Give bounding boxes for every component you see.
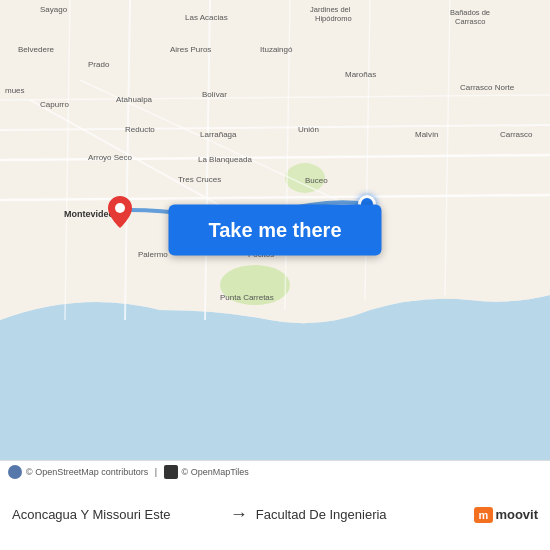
svg-text:Punta Carretas: Punta Carretas <box>220 293 274 302</box>
svg-text:Montevideo: Montevideo <box>64 209 115 219</box>
svg-text:Aires Puros: Aires Puros <box>170 45 211 54</box>
take-me-there-button[interactable]: Take me there <box>168 205 381 256</box>
svg-text:Buceo: Buceo <box>305 176 328 185</box>
moovit-m-badge: m <box>474 507 494 523</box>
attribution: © OpenStreetMap contributors | © OpenMap… <box>0 461 550 481</box>
svg-text:Sayago: Sayago <box>40 5 68 14</box>
map-container: Sayago Las Acacias Jardines del Hipódrom… <box>0 0 550 460</box>
osm-text: © OpenStreetMap contributors <box>26 467 148 477</box>
svg-text:La Blanqueada: La Blanqueada <box>198 155 252 164</box>
svg-text:Carrasco Norte: Carrasco Norte <box>460 83 515 92</box>
svg-point-44 <box>115 203 125 213</box>
svg-text:Prado: Prado <box>88 60 110 69</box>
moovit-logo: m moovit <box>474 507 538 523</box>
svg-text:Arroyo Seco: Arroyo Seco <box>88 153 133 162</box>
to-label: Facultad De Ingenieria <box>256 507 466 522</box>
svg-text:mues: mues <box>5 86 25 95</box>
moovit-text: moovit <box>495 507 538 522</box>
svg-text:Jardines del: Jardines del <box>310 5 351 14</box>
omt-text: © OpenMapTiles <box>182 467 249 477</box>
svg-text:Reducto: Reducto <box>125 125 155 134</box>
arrow-icon: → <box>230 504 248 525</box>
bottom-bar: © OpenStreetMap contributors | © OpenMap… <box>0 460 550 550</box>
svg-text:Ituzaingó: Ituzaingó <box>260 45 293 54</box>
svg-text:Belvedere: Belvedere <box>18 45 55 54</box>
route-info: Aconcagua Y Missouri Este → Facultad De … <box>0 481 550 550</box>
svg-text:Larrañaga: Larrañaga <box>200 130 237 139</box>
svg-text:Atahualpa: Atahualpa <box>116 95 153 104</box>
svg-text:Unión: Unión <box>298 125 319 134</box>
from-label: Aconcagua Y Missouri Este <box>12 507 222 522</box>
svg-text:Bolívar: Bolívar <box>202 90 227 99</box>
svg-text:Carrasco: Carrasco <box>500 130 533 139</box>
svg-text:Palermo: Palermo <box>138 250 168 259</box>
svg-text:Hipódromo: Hipódromo <box>315 14 352 23</box>
svg-text:Malvín: Malvín <box>415 130 439 139</box>
destination-marker <box>108 196 132 228</box>
svg-text:Capurro: Capurro <box>40 100 69 109</box>
osm-logo <box>8 465 22 479</box>
omt-logo <box>164 465 178 479</box>
svg-text:Maroñas: Maroñas <box>345 70 376 79</box>
svg-text:Carrasco: Carrasco <box>455 17 485 26</box>
svg-text:Bañados de: Bañados de <box>450 8 490 17</box>
svg-text:Las Acacias: Las Acacias <box>185 13 228 22</box>
svg-text:Tres Cruces: Tres Cruces <box>178 175 221 184</box>
